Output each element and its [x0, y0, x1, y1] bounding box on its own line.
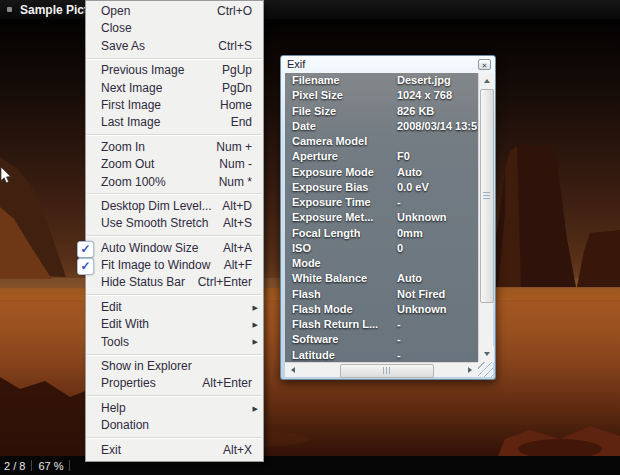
exif-field-label: Mode [292, 257, 321, 269]
close-icon[interactable]: ✕ [478, 59, 491, 70]
exif-field-label: Software [292, 333, 338, 345]
horizontal-scroll-thumb[interactable] [340, 364, 434, 378]
app-icon [7, 7, 12, 12]
menu-item-label: Next Image [101, 80, 214, 97]
exif-field-label: Focal Length [292, 227, 360, 239]
scroll-right-icon[interactable] [462, 363, 478, 377]
exif-field-label: File Size [292, 105, 336, 117]
exif-titlebar[interactable]: Exif ✕ [281, 56, 495, 73]
exif-field-label: Flash Mode [292, 303, 353, 315]
menu-item-properties[interactable]: PropertiesAlt+Enter [86, 375, 263, 392]
menu-item-edit-with[interactable]: Edit With▶ [86, 316, 263, 333]
menu-separator [87, 437, 262, 439]
exif-row-latitude: Latitude- [285, 348, 478, 363]
exif-field-value: 0mm [397, 226, 423, 241]
menu-item-next-image[interactable]: Next ImagePgDn [86, 80, 263, 97]
exif-row-mode: Mode [285, 256, 478, 271]
menu-item-fit-image-to-window[interactable]: ✓Fit Image to WindowAlt+F [86, 257, 263, 274]
menu-item-shortcut: Alt+D [222, 198, 252, 215]
menu-item-hide-status-bar[interactable]: Hide Status BarCtrl+Enter [86, 274, 263, 291]
menu-item-label: Help [101, 400, 244, 417]
menu-item-label: Zoom Out [101, 156, 211, 173]
exif-content: FilenameDesert.jpgPixel Size1024 x 768Fi… [285, 73, 493, 377]
app-window: Sample Pictures 2 / 8 67 % OpenCtrl+OClo… [0, 0, 620, 475]
scroll-left-icon[interactable] [285, 363, 301, 377]
status-separator [31, 460, 32, 471]
menu-item-help[interactable]: Help▶ [86, 400, 263, 417]
exif-row-pixel-size: Pixel Size1024 x 768 [285, 88, 478, 103]
exif-field-value: - [397, 332, 401, 347]
status-image-position: 2 / 8 [4, 460, 25, 472]
menu-item-auto-window-size[interactable]: ✓Auto Window SizeAlt+A [86, 240, 263, 257]
checkmark-icon: ✓ [77, 258, 94, 275]
exif-horizontal-scrollbar[interactable] [285, 362, 478, 377]
menu-item-label: Exit [101, 442, 215, 459]
menu-item-label: Donation [101, 417, 244, 434]
menu-item-shortcut: Ctrl+O [217, 3, 252, 20]
menu-item-label: Show in Explorer [101, 358, 244, 375]
exif-row-file-size: File Size826 KB [285, 104, 478, 119]
submenu-arrow-icon: ▶ [253, 334, 258, 351]
menu-item-label: Last Image [101, 114, 223, 131]
menu-item-label: Use Smooth Stretch [101, 215, 215, 232]
menu-item-label: Fit Image to Window [101, 257, 216, 274]
menu-item-last-image[interactable]: Last ImageEnd [86, 114, 263, 131]
exif-field-label: Flash [292, 288, 321, 300]
menu-item-close[interactable]: Close [86, 20, 263, 37]
exif-row-camera-model: Camera Model [285, 134, 478, 149]
exif-field-value: Not Fired [397, 287, 445, 302]
vertical-scroll-thumb[interactable] [480, 89, 494, 303]
menu-separator [87, 235, 262, 237]
context-menu: OpenCtrl+OCloseSave AsCtrl+SPrevious Ima… [85, 0, 264, 462]
menu-item-save-as[interactable]: Save AsCtrl+S [86, 38, 263, 55]
exif-field-value: F0 [397, 149, 410, 164]
menu-item-zoom-100[interactable]: Zoom 100%Num * [86, 174, 263, 191]
exif-field-value: - [397, 317, 401, 332]
exif-row-flash-mode: Flash ModeUnknown [285, 302, 478, 317]
exif-field-label: Filename [292, 74, 340, 86]
menu-item-label: Hide Status Bar [101, 274, 190, 291]
menu-item-edit[interactable]: Edit▶ [86, 299, 263, 316]
menu-item-label: Desktop Dim Level... [101, 198, 214, 215]
menu-item-shortcut: PgUp [222, 62, 252, 79]
menu-item-label: Auto Window Size [101, 240, 215, 257]
menu-item-show-in-explorer[interactable]: Show in Explorer [86, 358, 263, 375]
menu-item-zoom-in[interactable]: Zoom InNum + [86, 139, 263, 156]
exif-field-label: Exposure Time [292, 196, 371, 208]
exif-row-exposure-bias: Exposure Bias0.0 eV [285, 180, 478, 195]
menu-item-open[interactable]: OpenCtrl+O [86, 3, 263, 20]
menu-item-label: Previous Image [101, 62, 214, 79]
exif-panel[interactable]: Exif ✕ FilenameDesert.jpgPixel Size1024 … [280, 55, 496, 380]
menu-item-zoom-out[interactable]: Zoom OutNum - [86, 156, 263, 173]
menu-item-shortcut: Num * [219, 174, 252, 191]
exif-vertical-scrollbar[interactable] [478, 73, 493, 362]
menu-item-donation[interactable]: Donation [86, 417, 263, 434]
exif-row-date: Date2008/03/14 13:59:26 [285, 119, 478, 134]
exif-field-label: Exposure Bias [292, 181, 368, 193]
menu-item-shortcut: Num + [216, 139, 252, 156]
menu-item-use-smooth-stretch[interactable]: Use Smooth StretchAlt+S [86, 215, 263, 232]
exif-table: FilenameDesert.jpgPixel Size1024 x 768Fi… [285, 73, 478, 362]
exif-row-focal-length: Focal Length0mm [285, 226, 478, 241]
menu-item-exit[interactable]: ExitAlt+X [86, 442, 263, 459]
exif-field-label: Exposure Mode [292, 166, 374, 178]
menu-item-previous-image[interactable]: Previous ImagePgUp [86, 62, 263, 79]
scroll-up-icon[interactable] [479, 73, 494, 89]
menu-item-tools[interactable]: Tools▶ [86, 334, 263, 351]
exif-field-value: Unknown [397, 210, 447, 225]
menu-item-desktop-dim-level[interactable]: Desktop Dim Level...Alt+D [86, 198, 263, 215]
menu-separator [87, 58, 262, 60]
menu-item-shortcut: End [231, 114, 252, 131]
exif-field-label: Date [292, 120, 316, 132]
menu-item-label: Zoom In [101, 139, 208, 156]
exif-field-value: Auto [397, 165, 422, 180]
menu-item-first-image[interactable]: First ImageHome [86, 97, 263, 114]
menu-item-label: Tools [101, 334, 244, 351]
exif-row-exposure-met: Exposure Met...Unknown [285, 210, 478, 225]
menu-item-label: Open [101, 3, 209, 20]
resize-grip[interactable] [478, 362, 493, 377]
exif-field-value: 826 KB [397, 104, 434, 119]
exif-field-label: Latitude [292, 349, 335, 361]
scroll-down-icon[interactable] [479, 346, 494, 362]
exif-field-value: 1024 x 768 [397, 88, 452, 103]
